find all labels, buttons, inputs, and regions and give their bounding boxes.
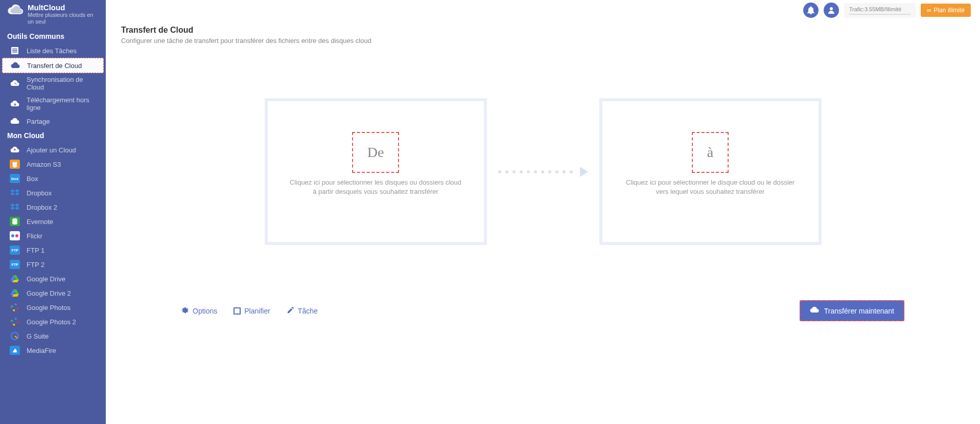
arrow-right-icon	[580, 167, 588, 177]
sidebar-item-evernote[interactable]: Evernote	[0, 214, 106, 229]
dest-desc: Cliquez ici pour sélectionner le disque …	[623, 178, 797, 196]
transfer-row: De Cliquez ici pour sélectionner les dis…	[121, 98, 965, 245]
sidebar-item-task-list[interactable]: Liste des Tâches	[0, 43, 106, 58]
sidebar-item-cloud-sync[interactable]: Synchronisation de Cloud	[0, 73, 106, 94]
brand-title: MultCloud	[28, 3, 94, 12]
amazon-s3-icon	[9, 160, 20, 169]
google-photos-icon	[9, 303, 20, 312]
svg-point-8	[830, 7, 833, 10]
sidebar-item-label: Amazon S3	[27, 161, 61, 168]
schedule-link[interactable]: Planifier	[234, 306, 270, 316]
source-slot[interactable]: De Cliquez ici pour sélectionner les dis…	[268, 101, 484, 242]
brand[interactable]: MultCloud Mettre plusieurs clouds en un …	[0, 2, 106, 29]
page-subtitle: Configurer une tâche de transfert pour t…	[121, 37, 965, 44]
task-link[interactable]: Tâche	[287, 306, 318, 316]
section-common-tools: Outils Communs	[0, 29, 106, 43]
list-icon	[9, 46, 20, 55]
add-cloud-icon: +	[9, 145, 20, 154]
google-drive-icon	[9, 288, 20, 298]
main: Trafic:3.55MB/Illimité ∞ Plan illimité T…	[106, 0, 980, 424]
options-link[interactable]: Options	[181, 306, 217, 316]
g-suite-icon	[9, 331, 20, 341]
sidebar-item-google-photos-2[interactable]: Google Photos 2	[0, 315, 106, 329]
dest-label: à	[692, 132, 729, 173]
task-label: Tâche	[298, 307, 318, 315]
sidebar-item-share[interactable]: Partage	[0, 114, 106, 128]
dropbox-icon	[9, 203, 20, 212]
sidebar-item-add-cloud[interactable]: + Ajouter un Cloud	[0, 143, 106, 157]
svg-text:+: +	[13, 147, 16, 152]
plan-button-label: Plan illimité	[934, 7, 965, 14]
cloud-download-icon	[9, 99, 20, 108]
dropbox-icon	[9, 188, 20, 197]
transfer-arrow	[487, 167, 599, 177]
sidebar-item-label: FTP 1	[27, 247, 44, 254]
sidebar-item-label: Evernote	[27, 218, 53, 226]
sidebar-item-box[interactable]: box Box	[0, 171, 106, 186]
sidebar: MultCloud Mettre plusieurs clouds en un …	[0, 0, 106, 424]
checkbox-outline-icon	[234, 307, 241, 315]
sidebar-item-flickr[interactable]: Flickr	[0, 229, 106, 243]
evernote-icon	[9, 217, 20, 226]
sidebar-item-label: Flickr	[27, 232, 42, 240]
ftp-icon: FTP	[9, 246, 20, 255]
flickr-icon	[9, 231, 20, 240]
dest-slot-wrap: à Cliquez ici pour sélectionner le disqu…	[599, 98, 822, 245]
edit-icon	[287, 306, 294, 316]
source-slot-wrap: De Cliquez ici pour sélectionner les dis…	[265, 98, 487, 245]
sidebar-item-label: Google Photos 2	[27, 318, 76, 326]
sidebar-item-google-drive-2[interactable]: Google Drive 2	[0, 286, 106, 300]
sidebar-item-label: Synchronisation de Cloud	[27, 76, 100, 91]
sidebar-item-mediafire[interactable]: MediaFire	[0, 343, 106, 358]
sidebar-item-label: Dropbox 2	[27, 204, 57, 211]
sidebar-item-amazon-s3[interactable]: Amazon S3	[0, 157, 106, 171]
sidebar-item-ftp-2[interactable]: FTP FTP 2	[0, 257, 106, 272]
unlimited-plan-button[interactable]: ∞ Plan illimité	[921, 4, 971, 17]
sidebar-item-label: Dropbox	[27, 189, 52, 197]
sidebar-item-label: Transfert de Cloud	[27, 62, 82, 70]
dest-slot[interactable]: à Cliquez ici pour sélectionner le disqu…	[602, 101, 819, 242]
traffic-indicator[interactable]: Trafic:3.55MB/Illimité	[844, 3, 916, 18]
sidebar-item-label: Google Photos	[27, 304, 71, 311]
traffic-text: Trafic:3.55MB/Illimité	[849, 6, 901, 12]
svg-rect-2	[12, 50, 17, 51]
share-icon	[9, 117, 20, 126]
sidebar-item-cloud-transfer[interactable]: Transfert de Cloud	[2, 58, 104, 73]
svg-point-5	[11, 234, 14, 237]
source-label: De	[352, 132, 400, 173]
mediafire-icon	[9, 346, 20, 355]
transfer-now-label: Transférer maintenant	[824, 307, 894, 315]
google-photos-icon	[9, 317, 20, 326]
sidebar-item-label: Ajouter un Cloud	[27, 146, 76, 154]
transfer-now-button[interactable]: Transférer maintenant	[800, 300, 904, 321]
source-desc: Cliquez ici pour sélectionner les disque…	[289, 178, 462, 196]
svg-point-6	[15, 234, 18, 237]
svg-rect-1	[12, 49, 17, 50]
traffic-bar	[849, 14, 911, 15]
actions-row: Options Planifier Tâche Transférer maint…	[121, 300, 965, 321]
logo-icon	[5, 3, 25, 17]
sidebar-item-ftp-1[interactable]: FTP FTP 1	[0, 243, 106, 257]
cloud-transfer-icon	[10, 61, 21, 70]
ftp-icon: FTP	[9, 260, 20, 269]
cloud-sync-icon	[9, 79, 20, 88]
sidebar-item-google-drive[interactable]: Google Drive	[0, 272, 106, 286]
sidebar-item-label: Téléchargement hors ligne	[27, 96, 100, 111]
section-my-cloud: Mon Cloud	[0, 128, 106, 143]
sidebar-item-g-suite[interactable]: G Suite	[0, 329, 106, 343]
sidebar-item-label: Google Drive 2	[27, 289, 71, 297]
sidebar-item-offline-download[interactable]: Téléchargement hors ligne	[0, 94, 106, 114]
sidebar-item-label: Box	[27, 175, 38, 183]
brand-subtitle: Mettre plusieurs clouds en un seul	[28, 12, 94, 25]
sidebar-item-dropbox[interactable]: Dropbox	[0, 186, 106, 200]
schedule-label: Planifier	[244, 307, 270, 315]
cloud-icon	[810, 306, 819, 315]
sidebar-item-label: MediaFire	[27, 347, 56, 354]
notifications-icon[interactable]	[803, 3, 819, 18]
sidebar-item-dropbox-2[interactable]: Dropbox 2	[0, 200, 106, 214]
sidebar-item-label: FTP 2	[27, 261, 44, 269]
svg-rect-3	[12, 52, 17, 53]
account-icon[interactable]	[824, 3, 839, 18]
sidebar-item-google-photos[interactable]: Google Photos	[0, 300, 106, 315]
sidebar-item-label: Liste des Tâches	[27, 47, 77, 55]
